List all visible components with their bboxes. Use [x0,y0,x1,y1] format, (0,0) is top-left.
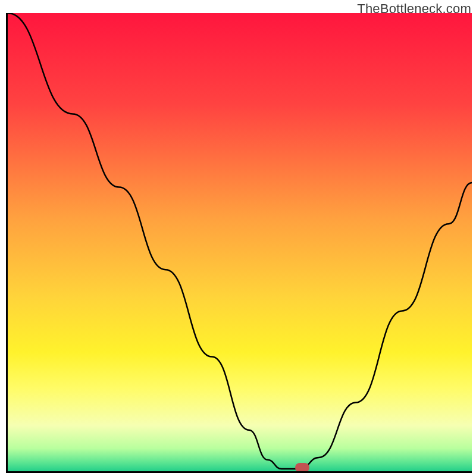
chart-plot-area [6,13,472,473]
chart-minimum-marker [295,463,309,472]
chart-curve [8,13,472,471]
